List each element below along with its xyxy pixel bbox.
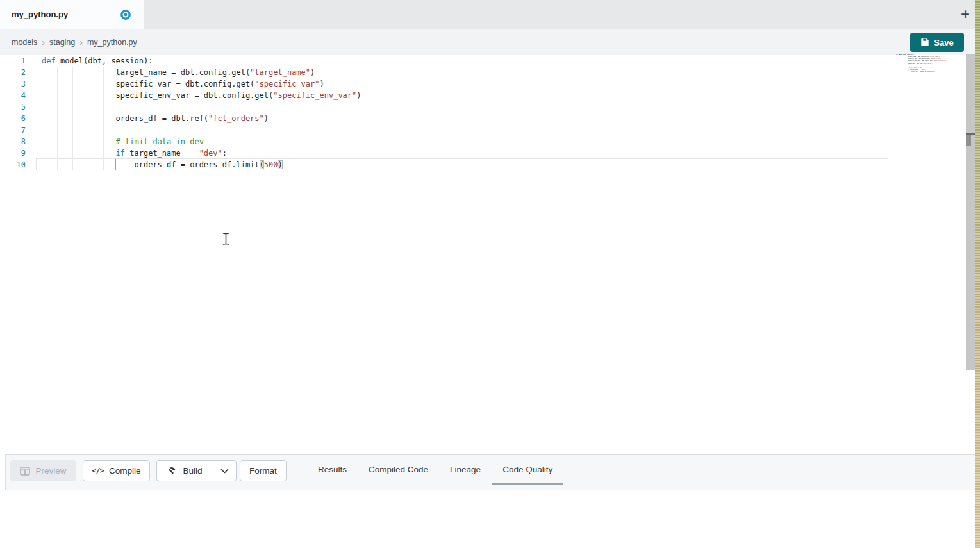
chevron-down-icon [220, 469, 229, 474]
chevron-right-icon: › [79, 37, 83, 47]
floppy-save-icon [920, 38, 929, 47]
code-line-6[interactable]: 6 orders_df = dbt.ref("fct_orders") [0, 113, 966, 124]
result-tab-code-quality[interactable]: Code Quality [492, 455, 563, 485]
breadcrumb-bar: models › staging › my_python.py [0, 29, 975, 55]
code-line-7[interactable]: 7 [0, 124, 966, 136]
code-line-10[interactable]: 10 orders_df = orders_df.limit(500) [0, 159, 966, 170]
hammer-build-icon [167, 466, 178, 476]
new-tab-button[interactable]: + [956, 4, 974, 24]
preview-button-label: Preview [35, 466, 66, 476]
build-options-button[interactable] [213, 460, 237, 481]
code-line-3[interactable]: 3 specific_var = dbt.config.get("specifi… [0, 78, 966, 90]
dbt-ide-window: my_python.py + models › staging › my_pyt… [0, 0, 980, 548]
compile-button-label: Compile [109, 466, 141, 476]
breadcrumb-file[interactable]: my_python.py [87, 38, 137, 47]
desktop-wallpaper-edge [975, 0, 980, 548]
line-number[interactable]: 2 [0, 67, 26, 78]
code-line-9[interactable]: 9 if target_name == "dev": [0, 147, 966, 159]
minimap-code: def model(dbt, session): target_name = d… [896, 54, 906, 72]
result-tabs: ResultsCompiled CodeLineageCode Quality [307, 455, 563, 485]
preview-button[interactable]: Preview [10, 460, 76, 481]
editor-scrollbar-thumb[interactable] [966, 135, 971, 146]
line-number[interactable]: 7 [0, 124, 26, 136]
text-ibeam-cursor [221, 232, 231, 245]
plus-icon: + [961, 5, 970, 23]
compile-button[interactable]: </> Compile [83, 460, 150, 481]
code-line-4[interactable]: 4 specific_env_var = dbt.config.get("spe… [0, 90, 966, 101]
code-quality-panel [0, 490, 975, 548]
text-cursor [283, 160, 284, 169]
editor-scrollbar-track[interactable] [966, 54, 975, 370]
tab-title: my_python.py [12, 10, 68, 19]
chevron-right-icon: › [42, 37, 45, 47]
line-number[interactable]: 8 [0, 136, 26, 147]
line-number[interactable]: 1 [0, 55, 26, 67]
line-number[interactable]: 9 [0, 147, 26, 159]
breadcrumb: models › staging › my_python.py [12, 29, 137, 55]
code-editor[interactable]: 1def model(dbt, session):2 target_name =… [0, 55, 966, 454]
editor-tab-bar: my_python.py + [0, 0, 975, 29]
code-line-8[interactable]: 8 # limit data in dev [0, 136, 966, 147]
code-line-2[interactable]: 2 target_name = dbt.config.get("target_n… [0, 67, 966, 78]
result-tab-results[interactable]: Results [307, 455, 358, 485]
build-button-label: Build [183, 466, 202, 476]
result-tab-compiled-code[interactable]: Compiled Code [358, 455, 439, 485]
unsaved-dot-icon [120, 10, 131, 20]
format-button[interactable]: Format [240, 460, 287, 481]
build-button[interactable]: Build [156, 460, 213, 481]
breadcrumb-models[interactable]: models [12, 38, 37, 47]
save-button-label: Save [934, 38, 953, 47]
result-tab-lineage[interactable]: Lineage [439, 455, 492, 485]
save-button[interactable]: Save [910, 33, 964, 52]
code-line-5[interactable]: 5 [0, 101, 966, 113]
minimap[interactable]: def model(dbt, session): target_name = d… [896, 54, 955, 79]
bottom-toolbar: Preview </> Compile Build Format Results… [5, 454, 975, 490]
line-number[interactable]: 5 [0, 101, 26, 113]
line-number[interactable]: 10 [0, 159, 26, 170]
line-number[interactable]: 3 [0, 78, 26, 90]
tab-my-python[interactable]: my_python.py [0, 0, 144, 29]
line-number[interactable]: 4 [0, 90, 26, 101]
code-line-1[interactable]: 1def model(dbt, session): [0, 55, 966, 67]
code-compile-icon: </> [92, 467, 104, 475]
line-number[interactable]: 6 [0, 113, 26, 124]
table-preview-icon [20, 467, 30, 476]
breadcrumb-staging[interactable]: staging [49, 38, 75, 47]
format-button-label: Format [249, 466, 277, 476]
